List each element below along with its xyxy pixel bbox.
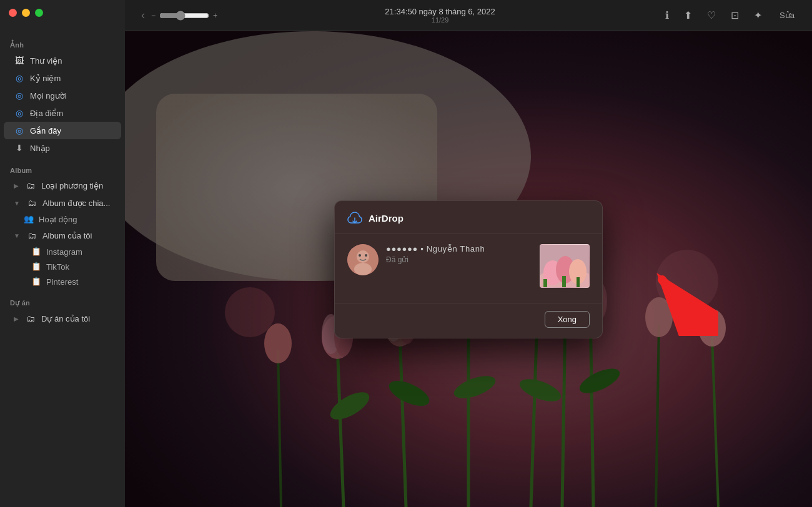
- instagram-folder-icon: 📋: [31, 247, 41, 257]
- favorite-button[interactable]: ♡: [705, 7, 718, 24]
- dialog-header: AirDrop: [335, 201, 602, 234]
- sidebar-item-pinterest-label: Pinterest: [46, 277, 78, 287]
- import-icon: ⬇: [14, 142, 25, 154]
- toolbar-center: 21:34:50 ngày 8 tháng 6, 2022 11/29: [385, 7, 495, 24]
- photo-datetime: 21:34:50 ngày 8 tháng 6, 2022: [385, 7, 495, 16]
- sidebar-item-loai-phuong-tien[interactable]: ▶ 🗂 Loại phương tiện: [4, 177, 121, 194]
- sidebar-item-tiktok-label: TikTok: [46, 262, 69, 272]
- back-button[interactable]: ‹: [137, 6, 149, 24]
- people-icon: ◎: [14, 90, 25, 101]
- zoom-slider: − +: [151, 11, 217, 21]
- sidebar-item-ky-niem-label: Kỷ niệm: [30, 74, 61, 83]
- toolbar-right: ℹ ⬆ ♡ ⊡ ✦ Sửa: [663, 7, 800, 24]
- fullscreen-button[interactable]: [35, 9, 43, 17]
- my-album-folder-icon: 🗂: [26, 230, 37, 241]
- sidebar-item-nhap-label: Nhập: [30, 144, 50, 153]
- chevron-down-icon: ▼: [14, 200, 20, 207]
- airdrop-dialog: AirDrop: [334, 200, 603, 338]
- share-button[interactable]: ⬆: [681, 7, 695, 24]
- toolbar: ‹ − + 21:34:50 ngày 8 tháng 6, 2022 11/2…: [125, 0, 812, 31]
- sidebar-item-tiktok[interactable]: 📋 TikTok: [4, 259, 121, 274]
- media-type-folder-icon: 🗂: [25, 180, 36, 191]
- sidebar-section-album-label: Album: [0, 162, 125, 177]
- recipient-info: ●●●●●● ▪ Nguyễn Thanh Đã gửi: [347, 244, 530, 275]
- sidebar-item-nhap[interactable]: ⬇ Nhập: [4, 139, 121, 157]
- sidebar-section-album: Album ▶ 🗂 Loại phương tiện ▼ 🗂 Album đượ…: [0, 162, 125, 289]
- zoom-max-icon: +: [213, 11, 217, 20]
- recent-icon: ◎: [14, 125, 25, 136]
- main-content: ‹ − + 21:34:50 ngày 8 tháng 6, 2022 11/2…: [125, 0, 812, 507]
- sidebar-item-album-duoc-chia-label: Album được chia...: [42, 199, 111, 208]
- toolbar-nav: ‹ − +: [137, 6, 217, 24]
- svg-point-39: [357, 250, 369, 263]
- svg-rect-49: [562, 276, 566, 288]
- traffic-lights: [9, 9, 43, 17]
- svg-point-41: [359, 254, 361, 257]
- svg-rect-48: [543, 279, 547, 288]
- sidebar-section-project: Dự án ▶ 🗂 Dự án của tôi: [0, 294, 125, 327]
- recipient-name: ●●●●●● ▪ Nguyễn Thanh: [386, 244, 485, 254]
- sidebar-item-moi-nguoi[interactable]: ◎ Mọi người: [4, 87, 121, 104]
- pinterest-folder-icon: 📋: [31, 277, 41, 287]
- shared-album-folder-icon: 🗂: [26, 197, 37, 209]
- sidebar-item-pinterest[interactable]: 📋 Pinterest: [4, 274, 121, 289]
- magic-wand-button[interactable]: ✦: [751, 7, 765, 24]
- sidebar-item-thu-vien[interactable]: 🖼 Thư viện: [4, 52, 121, 69]
- sidebar-item-du-an-cua-toi[interactable]: ▶ 🗂 Dự án của tôi: [4, 310, 121, 327]
- sidebar-item-du-an-cua-toi-label: Dự án của tôi: [41, 314, 90, 323]
- activity-icon: 👥: [24, 214, 34, 224]
- chevron-right-icon-2: ▶: [14, 315, 19, 322]
- modal-overlay: AirDrop: [125, 31, 812, 507]
- toolbar-left: ‹ − +: [137, 6, 217, 24]
- sidebar-section-photos: Ảnh 🖼 Thư viện ◎ Kỷ niệm ◎ Mọi người ◎ Đ…: [0, 36, 125, 157]
- dialog-footer: Xong: [335, 303, 602, 338]
- sidebar-section-photos-label: Ảnh: [0, 36, 125, 52]
- sidebar-item-hoat-dong-label: Hoạt động: [39, 215, 77, 224]
- sidebar-section-project-label: Dự án: [0, 294, 125, 310]
- svg-point-40: [354, 263, 372, 275]
- photo-thumbnail: [540, 244, 590, 288]
- recipient-details: ●●●●●● ▪ Nguyễn Thanh Đã gửi: [386, 244, 485, 264]
- crop-button[interactable]: ⊡: [728, 7, 741, 24]
- photo-count: 11/29: [385, 16, 495, 24]
- zoom-min-icon: −: [151, 11, 156, 20]
- recipient-status: Đã gửi: [386, 255, 485, 264]
- sidebar: Ảnh 🖼 Thư viện ◎ Kỷ niệm ◎ Mọi người ◎ Đ…: [0, 0, 125, 507]
- project-folder-icon: 🗂: [25, 313, 36, 324]
- avatar: [347, 244, 379, 275]
- info-button[interactable]: ℹ: [663, 7, 671, 24]
- sidebar-item-instagram[interactable]: 📋 Instagram: [4, 244, 121, 259]
- sidebar-item-thu-vien-label: Thư viện: [30, 56, 62, 66]
- edit-button[interactable]: Sửa: [775, 8, 800, 22]
- sidebar-item-dia-diem[interactable]: ◎ Địa điểm: [4, 104, 121, 122]
- minimize-button[interactable]: [22, 9, 30, 17]
- chevron-right-icon: ▶: [14, 182, 19, 189]
- location-icon: ◎: [14, 107, 25, 119]
- dialog-body: ●●●●●● ▪ Nguyễn Thanh Đã gửi: [335, 234, 602, 303]
- tiktok-folder-icon: 📋: [31, 262, 41, 272]
- svg-rect-50: [577, 277, 580, 288]
- sidebar-item-album-cua-toi-label: Album của tôi: [42, 231, 92, 240]
- photo-area: AirDrop: [125, 31, 812, 507]
- done-button[interactable]: Xong: [545, 311, 590, 328]
- sidebar-item-gan-day-label: Gần đây: [30, 126, 61, 135]
- svg-point-42: [365, 254, 367, 257]
- avatar-inner: [347, 244, 379, 275]
- sidebar-item-album-cua-toi[interactable]: ▼ 🗂 Album của tôi: [4, 227, 121, 244]
- memories-icon: ◎: [14, 72, 25, 84]
- close-button[interactable]: [9, 9, 17, 17]
- dialog-title: AirDrop: [369, 213, 404, 224]
- sidebar-item-dia-diem-label: Địa điểm: [30, 109, 63, 118]
- chevron-down-icon-2: ▼: [14, 232, 20, 239]
- sidebar-item-album-duoc-chia[interactable]: ▼ 🗂 Album được chia...: [4, 194, 121, 212]
- airdrop-icon: [347, 211, 362, 226]
- sidebar-item-instagram-label: Instagram: [46, 247, 82, 257]
- sidebar-item-loai-phuong-tien-label: Loại phương tiện: [41, 181, 103, 190]
- red-arrow-annotation: [643, 261, 718, 338]
- sidebar-item-hoat-dong[interactable]: 👥 Hoạt động: [4, 212, 121, 227]
- sidebar-item-moi-nguoi-label: Mọi người: [30, 91, 67, 101]
- sidebar-item-ky-niem[interactable]: ◎ Kỷ niệm: [4, 69, 121, 87]
- zoom-range-input[interactable]: [159, 11, 209, 21]
- library-icon: 🖼: [14, 55, 25, 66]
- sidebar-item-gan-day[interactable]: ◎ Gần đây: [4, 122, 121, 139]
